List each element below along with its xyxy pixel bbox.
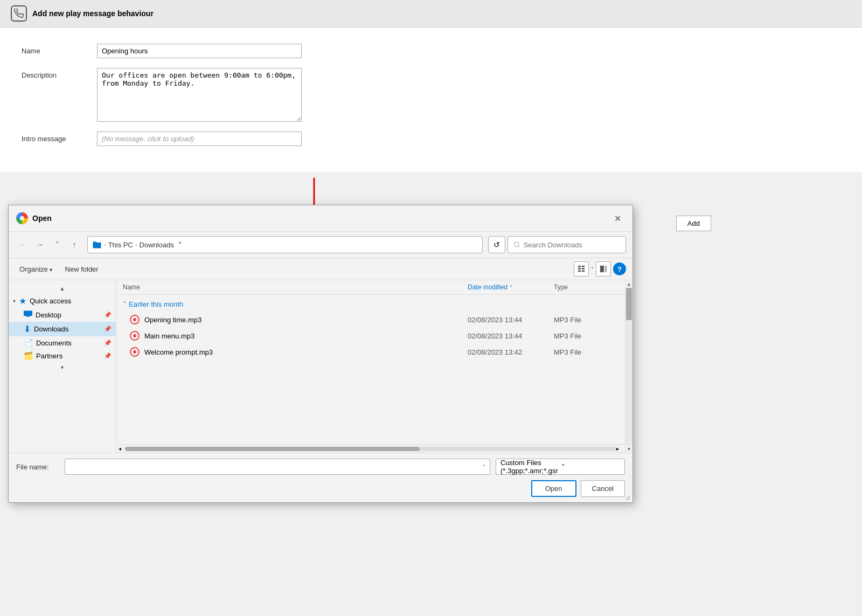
view-dropdown[interactable]: ˅ xyxy=(591,266,594,272)
scrollbar-v-thumb[interactable] xyxy=(626,288,632,320)
filename-dropdown[interactable]: ˅ xyxy=(483,464,485,470)
list-view-button[interactable] xyxy=(574,261,589,276)
up-button[interactable]: ↑ xyxy=(67,237,82,252)
filetype-select[interactable]: Custom Files (*.3gpp;*.amr;*.gsr ˅ xyxy=(496,459,625,475)
resize-handle[interactable]: ⊿ xyxy=(625,494,630,501)
panel-title: Add new play message behaviour xyxy=(32,9,154,18)
file-group-earlier-this-month[interactable]: ˅ Earlier this month xyxy=(116,297,625,312)
right-scrollbar: ▲ ▼ xyxy=(625,280,632,453)
chrome-icon xyxy=(16,212,28,224)
svg-line-3 xyxy=(518,246,519,247)
file-icon-2 xyxy=(129,330,140,341)
refresh-button[interactable]: ↺ xyxy=(488,236,505,253)
sidebar-item-quick-access[interactable]: ▾ ★ Quick access xyxy=(9,294,116,308)
preview-button[interactable] xyxy=(596,261,611,276)
filename-input[interactable] xyxy=(69,463,483,471)
description-label: Description xyxy=(22,68,97,79)
forward-button[interactable]: → xyxy=(32,237,47,252)
col-date-header[interactable]: Date modified ˅ xyxy=(468,283,554,291)
organize-button[interactable]: Organize xyxy=(15,263,57,275)
breadcrumb-sep2: › xyxy=(135,241,137,248)
description-textarea[interactable]: Our offices are open between 9:00am to 6… xyxy=(97,68,302,122)
sidebar-item-downloads[interactable]: ⬇ Downloads 📌 xyxy=(9,322,116,336)
desktop-icon xyxy=(24,310,32,320)
file-item-3[interactable]: Welcome prompt.mp3 02/08/2023 13:42 MP3 … xyxy=(116,344,625,360)
back-button[interactable]: ← xyxy=(15,237,30,252)
group-collapse-icon: ˅ xyxy=(123,300,127,308)
quick-access-section: ▾ ★ Quick access Desktop 📌 ⬇ Downloads 📌 xyxy=(9,293,116,363)
group-label: Earlier this month xyxy=(129,300,183,308)
partners-pin-icon: 📌 xyxy=(104,352,112,359)
breadcrumb-thispc[interactable]: This PC xyxy=(108,241,133,249)
scroll-up-button[interactable]: ▲ xyxy=(625,280,633,288)
col-name-header[interactable]: Name xyxy=(123,283,468,291)
breadcrumb-downloads[interactable]: Downloads xyxy=(140,241,174,249)
intro-message-input[interactable]: (No message, click to upload) xyxy=(97,131,302,146)
svg-rect-8 xyxy=(578,271,581,272)
file-name-3: Welcome prompt.mp3 xyxy=(144,348,468,356)
scrollbar-h-thumb[interactable] xyxy=(125,447,420,451)
horizontal-scrollbar[interactable]: ◂ ▸ xyxy=(116,444,625,453)
file-list-area: Name Date modified ˅ Type ˅ Earlier this… xyxy=(116,280,625,453)
scroll-down-button[interactable]: ▼ xyxy=(625,445,633,453)
view-options: ˅ ? xyxy=(574,261,626,276)
filename-row: File name: ˅ Custom Files (*.3gpp;*.amr;… xyxy=(16,459,625,475)
filename-input-wrap: ˅ xyxy=(65,459,490,475)
downloads-icon: ⬇ xyxy=(24,324,31,334)
background-panel: Add new play message behaviour Name Desc… xyxy=(0,0,862,172)
add-button[interactable]: Add xyxy=(676,216,711,231)
scrollbar-v-track[interactable] xyxy=(625,288,632,445)
quick-access-label: Quick access xyxy=(30,297,112,305)
file-name-2: Main menu.mp3 xyxy=(144,332,468,340)
file-list-header: Name Date modified ˅ Type xyxy=(116,280,625,295)
documents-icon: 📄 xyxy=(24,338,33,347)
search-input[interactable] xyxy=(524,241,620,249)
file-item-1[interactable]: Opening time.mp3 02/08/2023 13:44 MP3 Fi… xyxy=(116,312,625,328)
file-type-2: MP3 File xyxy=(554,332,618,340)
svg-rect-12 xyxy=(24,311,32,316)
file-icon-1 xyxy=(129,314,140,325)
breadcrumb-sep1: › xyxy=(104,241,106,248)
sidebar-item-documents[interactable]: 📄 Documents 📌 xyxy=(9,336,116,349)
breadcrumb-dropdown[interactable]: ˅ xyxy=(176,240,184,250)
filetype-chevron: ˅ xyxy=(561,463,620,471)
dropdown-button[interactable]: ˅ xyxy=(50,237,65,252)
breadcrumb-bar: › This PC › Downloads ˅ xyxy=(87,236,483,253)
scrollbar-h-track[interactable] xyxy=(125,447,616,451)
dialog-title: Open xyxy=(32,214,52,223)
file-list-scroll[interactable]: ˅ Earlier this month Opening time.mp3 02… xyxy=(116,295,625,444)
footer-buttons: Open Cancel xyxy=(16,480,625,497)
file-date-3: 02/08/2023 13:42 xyxy=(468,348,554,356)
sidebar-scroll-down[interactable]: ▾ xyxy=(9,363,116,371)
open-button[interactable]: Open xyxy=(531,480,576,497)
help-button[interactable]: ? xyxy=(613,262,626,275)
svg-rect-10 xyxy=(600,266,604,272)
new-folder-button[interactable]: New folder xyxy=(61,263,103,275)
name-input[interactable] xyxy=(97,44,302,58)
panel-header: Add new play message behaviour xyxy=(0,0,862,27)
sidebar-item-desktop[interactable]: Desktop 📌 xyxy=(9,308,116,322)
sidebar-scroll-up[interactable]: ▲ xyxy=(9,285,116,293)
documents-pin-icon: 📌 xyxy=(104,340,112,347)
file-date-2: 02/08/2023 13:44 xyxy=(468,332,554,340)
svg-rect-4 xyxy=(578,266,581,267)
documents-label: Documents xyxy=(36,339,101,347)
file-dialog: Open ✕ ← → ˅ ↑ › This PC › Downloads ˅ ↺ xyxy=(8,205,633,503)
col-type-header[interactable]: Type xyxy=(554,283,618,291)
downloads-pin-icon: 📌 xyxy=(104,326,112,333)
file-name-1: Opening time.mp3 xyxy=(144,316,468,324)
desktop-label: Desktop xyxy=(36,311,101,319)
scroll-left-button[interactable]: ◂ xyxy=(119,446,125,452)
file-item-2[interactable]: Main menu.mp3 02/08/2023 13:44 MP3 File xyxy=(116,328,625,344)
dialog-titlebar: Open ✕ xyxy=(9,205,632,232)
close-button[interactable]: ✕ xyxy=(610,211,625,226)
svg-rect-5 xyxy=(582,266,585,267)
file-date-1: 02/08/2023 13:44 xyxy=(468,316,554,324)
sidebar-item-partners[interactable]: 🗂️ Partners 📌 xyxy=(9,349,116,362)
breadcrumb-icon xyxy=(92,240,102,250)
partners-icon: 🗂️ xyxy=(24,351,33,360)
cancel-button[interactable]: Cancel xyxy=(581,480,625,497)
dialog-title-left: Open xyxy=(16,212,52,224)
scroll-right-button[interactable]: ▸ xyxy=(616,446,623,452)
filetype-label: Custom Files (*.3gpp;*.amr;*.gsr xyxy=(500,459,559,475)
